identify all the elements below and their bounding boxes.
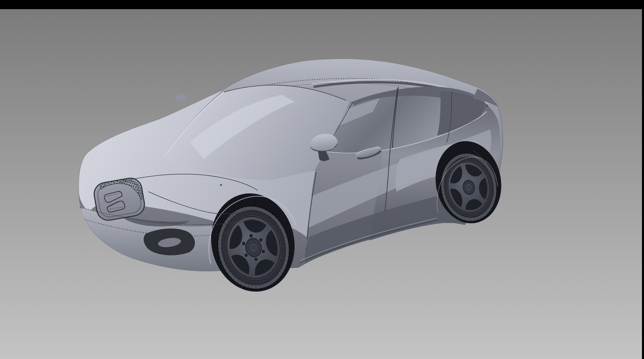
right-letterbox-bar <box>642 0 644 359</box>
cowl-detail-dot <box>220 184 222 186</box>
top-letterbox-bar <box>0 0 644 9</box>
cad-3d-viewport[interactable] <box>0 0 644 359</box>
app-window <box>0 0 644 359</box>
